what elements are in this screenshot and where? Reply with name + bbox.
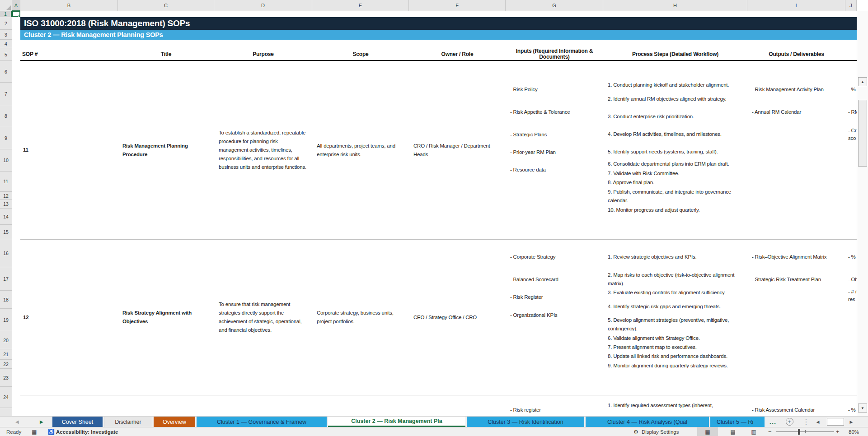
row-header[interactable]: 24: [0, 387, 12, 408]
sop-row-13-partial: - Risk register 1. Identify required ass…: [20, 395, 857, 416]
column-header-j[interactable]: J: [845, 0, 857, 11]
tab-cluster-3[interactable]: Cluster 3 — Risk Identification: [467, 417, 584, 427]
zoom-slider-thumb[interactable]: [798, 429, 800, 435]
cell-inputs[interactable]: - Risk Policy - Risk Appetite & Toleranc…: [506, 61, 603, 239]
row-header[interactable]: 16: [0, 239, 12, 267]
scroll-up-icon: ▲: [861, 80, 864, 84]
cell-scope[interactable]: [312, 395, 409, 416]
tab-overflow-ellipsis[interactable]: …: [768, 417, 777, 427]
row-header[interactable]: 14: [0, 209, 12, 225]
row-header[interactable]: 6: [0, 61, 12, 83]
column-header-i[interactable]: I: [747, 0, 845, 11]
display-settings-button[interactable]: Display Settings: [642, 427, 679, 436]
cell-sop-number[interactable]: 11: [20, 61, 118, 239]
cluster-subtitle-banner: Cluster 2 — Risk Management Planning SOP…: [20, 30, 857, 40]
column-header-a[interactable]: A: [12, 0, 20, 11]
cell-scope[interactable]: All departments, project teams, and ente…: [312, 61, 409, 239]
row-header[interactable]: 17: [0, 267, 12, 291]
scroll-up-button[interactable]: ▲: [858, 77, 867, 86]
cell-sop-number[interactable]: 12: [20, 240, 118, 395]
row-header[interactable]: 21: [0, 349, 12, 360]
column-header-d[interactable]: D: [214, 0, 312, 11]
tab-scroll-prev-button[interactable]: ◀: [15, 417, 19, 427]
view-page-layout-button[interactable]: ▤: [723, 427, 743, 436]
column-header-g[interactable]: G: [506, 0, 603, 11]
cell-steps[interactable]: 1. Review strategic objectives and KPIs.…: [603, 240, 747, 395]
view-page-break-button[interactable]: ▥: [743, 427, 764, 436]
accessibility-status[interactable]: Accessibility: Investigate: [56, 427, 118, 436]
cell-title[interactable]: [118, 395, 214, 416]
tab-overview[interactable]: Overview: [154, 417, 195, 427]
row-header[interactable]: 12: [0, 192, 12, 200]
tab-cluster-5-clipped[interactable]: Cluster 5 — Ri: [710, 417, 765, 427]
row-header[interactable]: 3: [0, 30, 12, 40]
cell-sop-number[interactable]: [20, 395, 118, 416]
row-header[interactable]: 22: [0, 360, 12, 369]
select-all-corner[interactable]: [0, 0, 12, 11]
scroll-down-button[interactable]: ▼: [858, 404, 867, 413]
horizontal-scroll-thumb[interactable]: [827, 418, 844, 426]
column-header-h[interactable]: H: [603, 0, 747, 11]
cell-kpi-clipped[interactable]: - % - RM - Cr sco: [845, 61, 857, 239]
more-dots-icon: ⋮: [802, 417, 810, 426]
h-scroll-right-icon: ▶: [850, 420, 853, 424]
row-header[interactable]: 11: [0, 172, 12, 192]
row-header[interactable]: 23: [0, 369, 12, 387]
column-header-f[interactable]: F: [409, 0, 506, 11]
zoom-in-button[interactable]: +: [836, 427, 840, 436]
cell-inputs[interactable]: - Risk register: [506, 395, 603, 416]
new-sheet-button[interactable]: +: [784, 417, 794, 427]
column-header-e[interactable]: E: [312, 0, 409, 11]
zoom-level-button[interactable]: 80%: [849, 427, 859, 436]
cell-mode-icon[interactable]: ▦: [32, 427, 37, 436]
tab-cluster-4[interactable]: Cluster 4 — Risk Analysis (Qual: [586, 417, 709, 427]
cell-owner[interactable]: CRO / Risk Manager / Department Heads: [409, 61, 506, 239]
row-header[interactable]: 2: [0, 17, 12, 30]
cell-purpose[interactable]: To ensure that risk management strategie…: [214, 240, 312, 395]
h-scroll-left-button[interactable]: ◀: [813, 417, 822, 427]
row-headers: 1 2 3 4 5 6 7 8 9 10 11 12 13 14 15 16 1…: [0, 11, 12, 416]
cell-outputs[interactable]: - Risk–Objective Alignment Matrix - Stra…: [747, 240, 845, 395]
row-header[interactable]: 20: [0, 331, 12, 349]
row-header[interactable]: 1: [0, 11, 12, 17]
row-header[interactable]: 9: [0, 127, 12, 149]
row-header[interactable]: 18: [0, 291, 12, 309]
cell-outputs[interactable]: - Risk Assessment Calendar: [747, 395, 845, 416]
tab-cluster-1[interactable]: Cluster 1 — Governance & Framew: [197, 417, 327, 427]
row-header[interactable]: 19: [0, 309, 12, 331]
cell-steps[interactable]: 1. Identify required assessment types (i…: [603, 395, 747, 416]
view-normal-button[interactable]: ▦: [697, 427, 718, 436]
tab-cover-sheet[interactable]: Cover Sheet: [52, 417, 103, 427]
cell-scope[interactable]: Corporate strategy, business units, proj…: [312, 240, 409, 395]
row-header[interactable]: 7: [0, 83, 12, 105]
cell-steps[interactable]: 1. Conduct planning kickoff and stakehol…: [603, 61, 747, 239]
vertical-scroll-thumb[interactable]: [858, 100, 867, 167]
cell-owner[interactable]: [409, 395, 506, 416]
zoom-out-button[interactable]: −: [768, 427, 772, 436]
cell-purpose[interactable]: To establish a standardized, repeatable …: [214, 61, 312, 239]
h-scroll-right-button[interactable]: ▶: [847, 417, 856, 427]
cell-inputs[interactable]: - Corporate Strategy - Balanced Scorecar…: [506, 240, 603, 395]
column-header-c[interactable]: C: [118, 0, 214, 11]
selected-cell-a1[interactable]: [12, 11, 20, 17]
cell-owner[interactable]: CEO / Strategy Office / CRO: [409, 240, 506, 395]
cell-kpi-clipped[interactable]: - % - Ob - # r res: [845, 240, 857, 395]
row-header[interactable]: 5: [0, 48, 12, 61]
accessibility-icon: ♿: [48, 427, 55, 436]
tab-bar-more-button[interactable]: ⋮: [803, 417, 809, 427]
cell-purpose[interactable]: [214, 395, 312, 416]
column-header-b[interactable]: B: [20, 0, 118, 11]
cell-title[interactable]: Risk Management Planning Procedure: [118, 61, 214, 239]
row-header[interactable]: 4: [0, 40, 12, 48]
cell-title[interactable]: Risk Strategy Alignment with Objectives: [118, 240, 214, 395]
row-header[interactable]: 15: [0, 225, 12, 239]
row-header[interactable]: 8: [0, 105, 12, 127]
tab-cluster-2-active[interactable]: Cluster 2 — Risk Management Pla: [328, 417, 465, 427]
cell-kpi-clipped[interactable]: - %: [845, 395, 857, 416]
tab-disclaimer[interactable]: Disclaimer: [104, 417, 152, 427]
cell-outputs[interactable]: - Risk Management Activity Plan - Annual…: [747, 61, 845, 239]
tab-scroll-next-button[interactable]: ▶: [40, 417, 43, 427]
vertical-scrollbar[interactable]: ▲ ▼: [857, 11, 868, 416]
row-header[interactable]: 10: [0, 149, 12, 172]
row-header[interactable]: 13: [0, 200, 12, 209]
